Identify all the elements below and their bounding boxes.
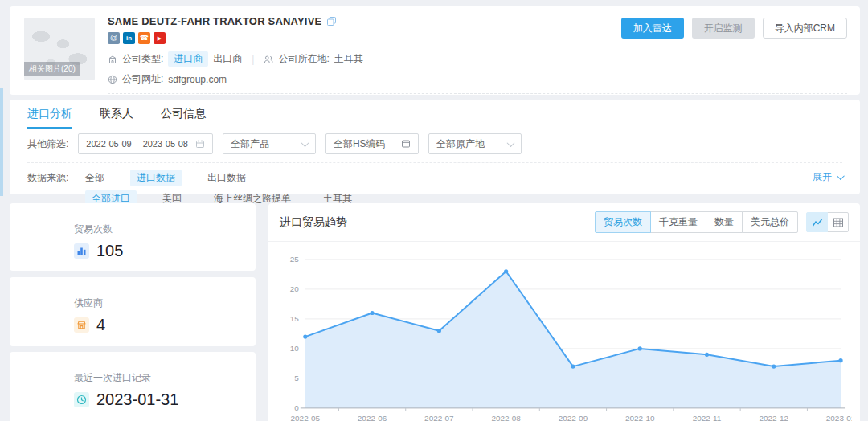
stat-value: 4 [96, 316, 105, 334]
expand-label: 展开 [813, 170, 832, 184]
globe-icon [108, 75, 117, 84]
svg-text:10: 10 [290, 344, 300, 353]
svg-text:2022-12: 2022-12 [760, 414, 789, 421]
date-end: 2023-05-08 [143, 139, 188, 149]
svg-text:2022-08: 2022-08 [491, 414, 521, 421]
source-options: 全部进口数据出口数据 [79, 170, 252, 186]
stat-card-last-import: 最近一次进口记录 2023-01-31 [10, 352, 256, 421]
panel-icon [401, 139, 411, 149]
source-option[interactable]: 全部 [79, 170, 111, 186]
product-select[interactable]: 全部产品 [223, 133, 316, 154]
source-option[interactable]: 进口数据 [130, 170, 182, 186]
svg-text:2022-05: 2022-05 [291, 414, 321, 421]
svg-text:2022-09: 2022-09 [559, 414, 588, 421]
importer-tag[interactable]: 进口商 [168, 51, 208, 67]
source-option[interactable]: 出口数据 [201, 170, 252, 186]
bar-chart-icon [74, 243, 89, 259]
origin-select-value: 全部原产地 [436, 137, 485, 151]
metric-button[interactable]: 美元总价 [742, 211, 798, 233]
youtube-icon[interactable]: ▶ [154, 32, 166, 44]
building-icon [108, 55, 117, 64]
expand-link[interactable]: 展开 [813, 170, 842, 184]
svg-text:5: 5 [294, 374, 299, 382]
chart-title: 进口贸易趋势 [280, 215, 347, 230]
tab-company-info[interactable]: 公司信息 [161, 100, 206, 129]
stat-label: 供应商 [74, 296, 256, 310]
view-toggle-group [806, 212, 849, 232]
other-filters-label: 其他筛选: [27, 137, 68, 151]
date-start: 2022-05-09 [86, 139, 131, 149]
blog-social-icon[interactable]: @ [108, 32, 120, 44]
stat-label: 最近一次进口记录 [74, 371, 256, 385]
metric-button[interactable]: 千克重量 [650, 211, 706, 233]
origin-select[interactable]: 全部原产地 [428, 133, 522, 154]
tab-bar: 进口分析 联系人 公司信息 [10, 100, 860, 129]
website-label: 公司网址: [122, 72, 163, 86]
left-accent-strip [0, 88, 3, 196]
add-radar-button[interactable]: 加入雷达 [621, 18, 684, 39]
calendar-icon [195, 139, 205, 149]
svg-text:2022-10: 2022-10 [625, 414, 655, 421]
trend-chart-card: 进口贸易趋势 贸易次数千克重量数量美元总价 05101520252022-052… [268, 203, 860, 421]
metric-button-group: 贸易次数千克重量数量美元总价 [595, 211, 798, 233]
copy-icon[interactable] [326, 16, 337, 27]
divider-pipe: | [252, 54, 254, 65]
start-monitor-button[interactable]: 开启监测 [692, 18, 755, 39]
import-crm-button[interactable]: 导入内部CRM [763, 18, 847, 39]
website-link[interactable]: sdfgroup.com [168, 74, 227, 85]
svg-text:2022-07: 2022-07 [424, 414, 454, 421]
company-name: SAME DEUTZ-FAHR TRAKTOR SANAYIVE [108, 15, 321, 27]
chevron-down-icon [301, 139, 309, 147]
stat-card-suppliers: 供应商 4 [10, 277, 256, 346]
data-source-label: 数据来源: [27, 171, 79, 185]
product-select-value: 全部产品 [231, 137, 269, 151]
chevron-down-icon [506, 139, 514, 147]
table-icon[interactable] [827, 212, 849, 232]
clock-icon [74, 392, 89, 407]
location-value: 土耳其 [334, 52, 363, 66]
line-chart-icon[interactable] [806, 212, 828, 232]
company-type-label: 公司类型: [122, 52, 163, 66]
svg-text:20: 20 [290, 284, 300, 293]
metric-button[interactable]: 贸易次数 [595, 211, 651, 233]
date-range-picker[interactable]: 2022-05-09 2023-05-08 [78, 133, 213, 154]
svg-text:2022-11: 2022-11 [693, 414, 722, 421]
stat-value: 2023-01-31 [96, 390, 178, 409]
stat-label: 贸易次数 [74, 223, 256, 236]
tab-contacts[interactable]: 联系人 [100, 100, 133, 129]
analysis-panel-card: 进口分析 联系人 公司信息 其他筛选: 2022-05-09 2023-05-0… [10, 100, 860, 194]
shop-icon [74, 317, 89, 333]
svg-text:2023-01: 2023-01 [826, 414, 852, 421]
linkedin-icon[interactable]: in [123, 32, 135, 44]
hs-code-select[interactable]: 全部HS编码 [326, 133, 419, 154]
trend-chart-svg[interactable]: 05101520252022-052022-062022-072022-0820… [276, 248, 852, 421]
people-icon [264, 55, 273, 64]
phone-social-icon[interactable]: ☎ [138, 32, 150, 44]
stat-value: 105 [96, 242, 123, 260]
company-related-images-thumbnail[interactable]: 相关图片(20) [24, 18, 95, 80]
svg-text:0: 0 [294, 403, 299, 412]
location-label: 公司所在地: [278, 52, 329, 66]
dotted-divider [108, 93, 847, 94]
stat-card-trade-count: 贸易次数 105 [10, 203, 256, 271]
svg-text:15: 15 [290, 314, 300, 323]
company-header-card: 相关图片(20) SAME DEUTZ-FAHR TRAKTOR SANAYIV… [10, 6, 860, 95]
svg-text:2022-06: 2022-06 [358, 414, 387, 421]
metric-button[interactable]: 数量 [706, 211, 743, 233]
tab-import-analysis[interactable]: 进口分析 [27, 100, 72, 129]
exporter-tag[interactable]: 出口商 [213, 52, 242, 66]
related-images-count-badge[interactable]: 相关图片(20) [24, 62, 80, 76]
svg-text:25: 25 [290, 255, 300, 264]
hs-code-value: 全部HS编码 [334, 137, 386, 151]
